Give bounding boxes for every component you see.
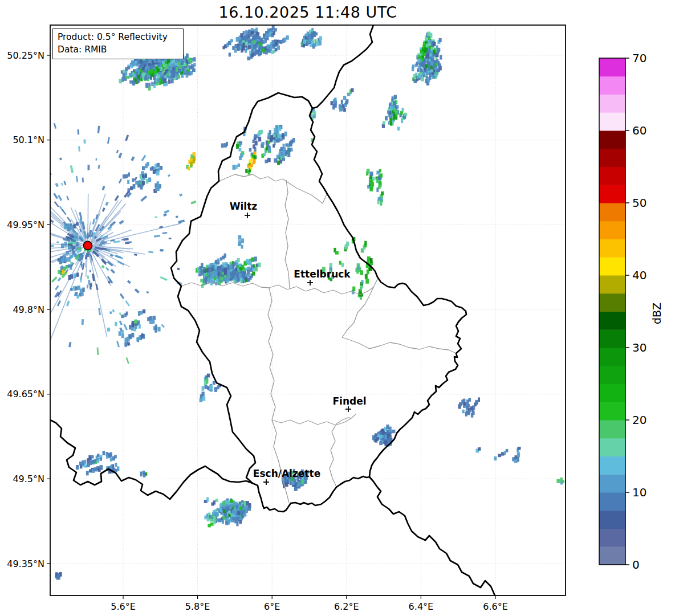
svg-text:5.8°E: 5.8°E — [185, 601, 210, 612]
colorbar-segment — [599, 511, 625, 529]
colorbar-segment — [599, 402, 625, 420]
svg-text:49.5°N: 49.5°N — [13, 474, 44, 484]
colorbar-segment — [599, 420, 625, 438]
country-borders — [50, 25, 495, 595]
svg-text:5.6°E: 5.6°E — [111, 601, 136, 612]
colorbar-segment — [599, 221, 625, 239]
colorbar-segment — [599, 203, 625, 221]
colorbar-segment — [599, 348, 625, 366]
colorbar-segment — [599, 58, 625, 76]
data-source-label: Data: RMIB — [58, 43, 178, 56]
city-label: Wiltz — [230, 201, 258, 212]
colorbar-segment — [599, 257, 625, 275]
colorbar-segment — [599, 529, 625, 547]
colorbar-segment — [599, 329, 625, 348]
svg-text:6.6°E: 6.6°E — [483, 601, 508, 612]
radar-map-canvas: WiltzEttelbruckFindelEsch/Alzette5.6°E5.… — [0, 0, 675, 616]
radar-app: 16.10.2025 11:48 UTC WiltzEttelbruckFind… — [0, 0, 675, 616]
colorbar-tick-label: 40 — [632, 268, 646, 282]
colorbar-tick-label: 50 — [632, 196, 646, 210]
city-marker — [263, 479, 269, 485]
colorbar-segment — [599, 130, 625, 149]
svg-text:49.35°N: 49.35°N — [7, 558, 44, 569]
colorbar-segment — [599, 112, 625, 130]
colorbar-tick-label: 60 — [632, 124, 646, 137]
colorbar-segment — [599, 167, 625, 185]
colorbar-tick-label: 0 — [632, 558, 640, 572]
colorbar-segment — [599, 546, 625, 565]
colorbar-segment — [599, 456, 625, 475]
city-label: Ettelbruck — [294, 268, 351, 280]
colorbar-segment — [599, 293, 625, 312]
colorbar-unit-label: dBZ — [640, 296, 674, 331]
colorbar-segment — [599, 312, 625, 330]
colorbar-segment — [599, 492, 625, 511]
radar-site-marker — [84, 242, 92, 250]
colorbar-segment — [599, 185, 625, 203]
colorbar-segment — [599, 275, 625, 293]
colorbar-segment — [599, 438, 625, 456]
radar-echoes — [55, 26, 564, 580]
svg-text:50.1°N: 50.1°N — [13, 134, 44, 145]
svg-text:6.4°E: 6.4°E — [409, 601, 434, 612]
colorbar-segment — [599, 76, 625, 95]
city-labels: WiltzEttelbruckFindelEsch/Alzette — [230, 201, 367, 485]
colorbar-tick-label: 10 — [632, 486, 646, 499]
colorbar-tick-label: 30 — [632, 341, 646, 354]
city-label: Esch/Alzette — [253, 468, 320, 479]
city-label: Findel — [332, 395, 366, 407]
svg-text:49.95°N: 49.95°N — [7, 219, 44, 230]
colorbar-segment — [599, 474, 625, 492]
colorbar-segment — [599, 384, 625, 402]
svg-text:49.8°N: 49.8°N — [13, 304, 44, 315]
colorbar-segment — [599, 366, 625, 384]
city-marker — [245, 213, 250, 218]
colorbar-segment — [599, 149, 625, 167]
colorbar-segment — [599, 239, 625, 258]
grid-lines — [50, 25, 566, 595]
svg-text:50.25°N: 50.25°N — [7, 50, 44, 61]
product-info-box: Product: 0.5° Reflectivity Data: RMIB — [52, 28, 184, 59]
product-label: Product: 0.5° Reflectivity — [58, 31, 178, 43]
svg-text:6°E: 6°E — [264, 601, 280, 612]
district-borders — [181, 174, 455, 503]
svg-text:49.65°N: 49.65°N — [7, 389, 44, 399]
colorbar-tick-label: 20 — [632, 413, 646, 427]
city-marker — [307, 280, 313, 285]
svg-text:6.2°E: 6.2°E — [334, 601, 359, 612]
colorbar-segment — [599, 95, 625, 113]
plot-frame — [50, 25, 566, 595]
colorbar-tick-label: 70 — [632, 51, 646, 65]
